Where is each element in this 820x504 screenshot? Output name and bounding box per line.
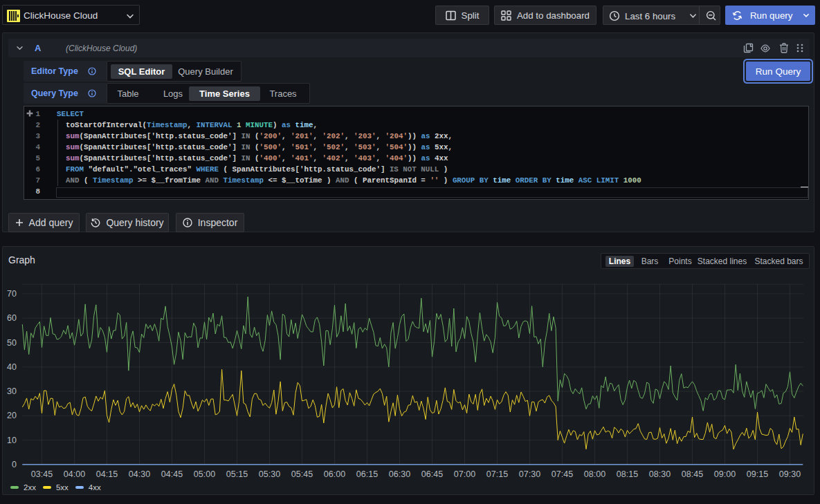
svg-text:05:30: 05:30 (259, 469, 280, 479)
svg-text:07:30: 07:30 (519, 469, 540, 479)
svg-text:05:45: 05:45 (291, 469, 313, 479)
svg-text:08:30: 08:30 (649, 469, 671, 479)
svg-text:07:15: 07:15 (486, 469, 508, 479)
svg-text:30: 30 (7, 386, 17, 396)
svg-text:06:45: 06:45 (421, 469, 443, 479)
svg-text:08:15: 08:15 (617, 469, 638, 479)
svg-text:40: 40 (7, 362, 17, 372)
svg-text:07:00: 07:00 (454, 469, 475, 479)
svg-text:09:00: 09:00 (714, 469, 736, 479)
svg-text:0: 0 (12, 460, 17, 469)
svg-text:06:00: 06:00 (324, 469, 345, 479)
svg-text:06:30: 06:30 (389, 469, 410, 479)
svg-text:08:00: 08:00 (584, 469, 605, 479)
svg-text:04:30: 04:30 (129, 469, 150, 479)
svg-text:04:45: 04:45 (161, 469, 183, 479)
svg-text:09:15: 09:15 (747, 469, 768, 479)
svg-text:06:15: 06:15 (356, 469, 378, 479)
svg-text:20: 20 (7, 411, 17, 420)
svg-text:50: 50 (7, 338, 17, 348)
svg-text:09:30: 09:30 (779, 469, 801, 479)
svg-text:08:45: 08:45 (682, 469, 703, 479)
svg-text:05:00: 05:00 (194, 469, 215, 479)
svg-text:03:45: 03:45 (31, 469, 53, 479)
svg-text:60: 60 (7, 313, 17, 323)
svg-text:10: 10 (7, 436, 17, 445)
svg-text:04:00: 04:00 (64, 469, 85, 479)
svg-text:07:45: 07:45 (552, 469, 573, 479)
svg-text:05:15: 05:15 (226, 469, 248, 479)
svg-text:70: 70 (7, 289, 17, 299)
svg-text:04:15: 04:15 (96, 469, 118, 479)
